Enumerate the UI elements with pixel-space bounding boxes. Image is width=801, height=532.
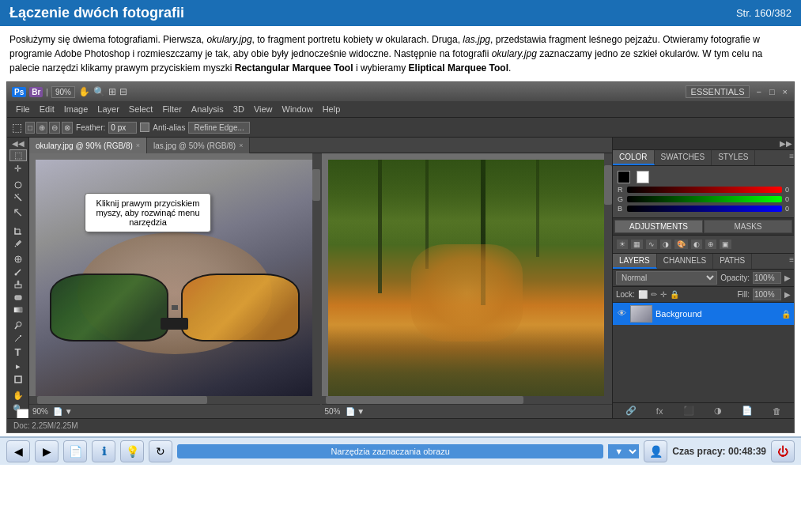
power-btn[interactable]: ⏻ [771, 440, 795, 462]
fill-arrow[interactable]: ▶ [784, 290, 791, 299]
path-select-tool[interactable]: ▸ [9, 360, 27, 372]
lamp-btn[interactable]: 💡 [120, 440, 144, 462]
new-group-btn[interactable]: 🔗 [625, 406, 637, 416]
tab-las[interactable]: las.jpg @ 50% (RGB/8) × [147, 138, 250, 153]
status-dropdown[interactable]: ▼ [608, 444, 639, 458]
layer-fx-btn[interactable]: fx [656, 406, 663, 416]
refresh-btn[interactable]: ↻ [149, 440, 172, 462]
nav-icon[interactable]: ⊟ [119, 86, 127, 97]
masks-btn[interactable]: MASKS [704, 220, 792, 233]
maximize-button[interactable]: □ [768, 87, 776, 96]
lock-all-icon[interactable]: 🔒 [670, 290, 679, 299]
lock-position-icon[interactable]: ✛ [660, 290, 667, 299]
info-btn[interactable]: ℹ [92, 440, 115, 462]
menu-edit[interactable]: Edit [36, 104, 59, 115]
tab-color[interactable]: COLOR [613, 150, 655, 165]
adjustments-btn[interactable]: ADJUSTMENTS [614, 220, 703, 233]
foreground-swatch[interactable] [618, 171, 630, 183]
close-button[interactable]: × [781, 87, 789, 96]
antialias-checkbox[interactable] [140, 123, 149, 132]
canvas-scrollbar-v-right[interactable] [604, 153, 612, 404]
pen-tool[interactable] [9, 333, 27, 344]
tab-swatches[interactable]: SWATCHES [655, 150, 712, 165]
hand-tool[interactable]: ✋ [9, 390, 27, 402]
zoom-icon[interactable]: 🔍 [93, 86, 105, 97]
fill-input[interactable] [753, 289, 781, 300]
panel-menu-btn[interactable]: ≡ [789, 150, 794, 165]
menu-layer[interactable]: Layer [93, 104, 123, 115]
new-layer-btn[interactable]: 📄 [742, 406, 753, 416]
add-selection-btn[interactable]: ⊕ [36, 122, 47, 134]
menu-3d[interactable]: 3D [229, 104, 248, 115]
lasso-tool[interactable] [9, 179, 27, 191]
tab-channels[interactable]: CHANNELS [657, 254, 713, 269]
lock-pixels-icon[interactable]: ✏ [651, 290, 657, 299]
canvas-okulary[interactable]: Kliknij prawym przyciskiem myszy, aby ro… [29, 153, 322, 418]
marquee-tool[interactable]: ⬚ [9, 149, 27, 161]
adj-levels[interactable]: ▦ [630, 239, 644, 250]
lock-transparent-icon[interactable]: ⬜ [638, 290, 648, 299]
feather-input[interactable] [108, 122, 137, 134]
refine-edge-button[interactable]: Refine Edge... [188, 122, 249, 134]
toolbar-collapse-btn[interactable]: ◀◀ [12, 139, 25, 148]
menu-select[interactable]: Select [125, 104, 157, 115]
hand-icon[interactable]: ✋ [78, 86, 90, 97]
new-selection-btn[interactable]: □ [25, 122, 35, 134]
opacity-input[interactable] [753, 272, 781, 284]
subtract-selection-btn[interactable]: ⊖ [49, 122, 60, 134]
menu-window[interactable]: Window [278, 104, 317, 115]
blend-mode-select[interactable]: Normal [616, 271, 717, 285]
eyedropper-tool[interactable] [9, 238, 27, 249]
magic-wand-tool[interactable] [9, 192, 27, 203]
canvas-scrollbar-h-right[interactable] [322, 396, 605, 404]
move-tool[interactable]: ✛ [9, 163, 27, 175]
tab-okulary-close[interactable]: × [136, 141, 140, 149]
adj-saturation[interactable]: ◐ [690, 239, 703, 250]
adj-exposure[interactable]: ◑ [659, 239, 672, 250]
b-slider[interactable] [627, 206, 782, 212]
opacity-arrow[interactable]: ▶ [784, 274, 791, 282]
dodge-tool[interactable] [9, 320, 27, 331]
r-slider[interactable] [627, 187, 782, 193]
g-slider[interactable] [627, 196, 782, 202]
tab-layers[interactable]: LAYERS [613, 254, 657, 269]
adj-bw[interactable]: ▣ [719, 239, 732, 250]
eraser-tool[interactable] [9, 292, 27, 303]
arrange-icon[interactable]: ⊞ [108, 86, 116, 97]
background-swatch[interactable] [637, 171, 649, 183]
add-mask-btn[interactable]: ⬛ [683, 406, 694, 416]
layers-panel-menu-btn[interactable]: ≡ [789, 254, 794, 269]
canvas-scrollbar-h-left[interactable] [29, 396, 312, 404]
adj-hue[interactable]: 🎨 [674, 239, 689, 250]
text-tool[interactable]: T [9, 345, 27, 359]
stamp-tool[interactable] [9, 279, 27, 290]
nav-forward-btn[interactable]: ▶ [35, 440, 59, 462]
adj-colorbalance[interactable]: ⊕ [705, 239, 717, 250]
person-btn[interactable]: 👤 [644, 440, 667, 462]
brush-tool[interactable] [9, 266, 27, 277]
adj-brightness[interactable]: ☀ [616, 239, 629, 250]
layer-eye-icon[interactable]: 👁 [616, 308, 627, 319]
tab-okulary[interactable]: okulary.jpg @ 90% (RGB/8) × [29, 138, 147, 153]
menu-image[interactable]: Image [60, 104, 93, 115]
crop-tool[interactable] [9, 225, 27, 236]
background-color[interactable] [17, 409, 29, 418]
page-btn[interactable]: 📄 [63, 440, 87, 462]
menu-analysis[interactable]: Analysis [187, 104, 228, 115]
shape-tool[interactable] [9, 374, 27, 385]
canvas-scrollbar-v-left[interactable] [312, 153, 320, 404]
minimize-button[interactable]: − [754, 87, 762, 96]
menu-help[interactable]: Help [319, 104, 345, 115]
menu-filter[interactable]: Filter [158, 104, 185, 115]
essentials-button[interactable]: ESSENTIALS [686, 85, 750, 98]
gradient-tool[interactable] [9, 304, 27, 315]
adj-curves[interactable]: ∿ [645, 239, 658, 250]
tab-las-close[interactable]: × [239, 141, 243, 149]
adjustment-layer-btn[interactable]: ◑ [714, 406, 722, 416]
zoom-control[interactable]: 90% [51, 86, 75, 98]
menu-file[interactable]: File [12, 104, 34, 115]
panels-collapse-btn[interactable]: ▶▶ [780, 139, 792, 148]
layer-item-background[interactable]: 👁 Background 🔒 [613, 303, 794, 325]
heal-tool[interactable] [9, 254, 27, 265]
tab-paths[interactable]: PATHS [713, 254, 752, 269]
